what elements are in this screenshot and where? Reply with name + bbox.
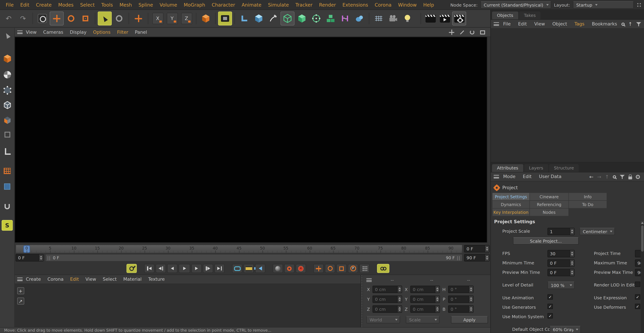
- edges-mode-button[interactable]: [1, 99, 13, 111]
- timeline-ruler[interactable]: 0 5 10 15 20 25 30 35 40 45 50 55 60 65 …: [16, 245, 463, 253]
- material-menu-corona[interactable]: Corona: [44, 277, 67, 282]
- keyfilter-parameter-button[interactable]: P: [348, 264, 358, 273]
- keyfilter-scale-button[interactable]: [336, 264, 347, 273]
- tab-structure[interactable]: Structure: [549, 164, 579, 172]
- render-view-button[interactable]: [218, 11, 232, 25]
- texture-mode-button[interactable]: [1, 69, 13, 80]
- render-lod-checkbox[interactable]: [635, 282, 640, 287]
- tab-layers[interactable]: Layers: [524, 164, 548, 172]
- points-mode-button[interactable]: [1, 84, 13, 96]
- spinner-arrows-icon[interactable]: [397, 306, 402, 312]
- workplane-button[interactable]: [1, 165, 13, 177]
- cloner-button[interactable]: [324, 11, 338, 25]
- tab-dynamics[interactable]: Dynamics: [492, 201, 530, 208]
- lod-dropdown[interactable]: 100 %: [548, 282, 575, 289]
- enable-axis-button[interactable]: [1, 146, 13, 157]
- viewport-menu-cameras[interactable]: Cameras: [40, 29, 66, 35]
- object-menu-file[interactable]: File: [500, 21, 514, 27]
- undo-button[interactable]: ↶: [2, 11, 16, 25]
- spinner-arrows-icon[interactable]: [484, 246, 489, 252]
- rot-b-field[interactable]: 0 °: [448, 305, 474, 313]
- array-plane-button[interactable]: [372, 11, 386, 25]
- material-menu-material[interactable]: Material: [120, 277, 145, 282]
- spinner-arrows-icon[interactable]: [570, 260, 574, 266]
- axis-lock-y[interactable]: Y: [165, 11, 179, 25]
- use-animation-checkbox[interactable]: ✓: [548, 294, 553, 300]
- live-selection-tool[interactable]: [35, 11, 49, 25]
- project-scale-unit-dropdown[interactable]: Centimeters: [580, 228, 615, 235]
- search-icon[interactable]: [613, 175, 616, 178]
- filter-funnel-icon[interactable]: [636, 21, 641, 26]
- extrude-generator-button[interactable]: [295, 11, 309, 25]
- zoom-view-icon[interactable]: [459, 29, 465, 35]
- apply-button[interactable]: Apply: [451, 316, 488, 324]
- keyfilter-rotation-button[interactable]: [325, 264, 335, 273]
- preview-min-field[interactable]: 0 F: [548, 269, 575, 276]
- spinner-arrows-icon[interactable]: [469, 296, 473, 302]
- material-menu-texture[interactable]: Texture: [145, 277, 168, 282]
- menu-window[interactable]: Window: [395, 2, 420, 7]
- volume-mesh-button[interactable]: [309, 11, 323, 25]
- fps-field[interactable]: 30: [548, 250, 575, 257]
- polygons-mode-button[interactable]: [1, 114, 13, 126]
- move-tool[interactable]: [50, 11, 64, 25]
- prev-frame-button[interactable]: [167, 264, 178, 273]
- goto-next-key-button[interactable]: [203, 264, 213, 273]
- record-sphere-button[interactable]: [273, 264, 283, 273]
- coordinate-system-toggle[interactable]: [199, 11, 213, 25]
- tab-todo[interactable]: To Do: [569, 201, 607, 208]
- scale-project-button[interactable]: Scale Project...: [513, 237, 578, 245]
- target-icon[interactable]: [636, 175, 640, 179]
- menu-extensions[interactable]: Extensions: [339, 2, 371, 7]
- preview-range-start-grip[interactable]: || 0 F: [47, 256, 59, 260]
- axis-lock-z[interactable]: Z: [180, 11, 194, 25]
- pos-y-field[interactable]: 0 cm: [372, 295, 402, 303]
- menu-corona[interactable]: Corona: [371, 2, 395, 7]
- viewport-menu-filter[interactable]: Filter: [114, 29, 132, 35]
- attr-menu-mode[interactable]: Mode: [500, 174, 519, 179]
- tab-nodes[interactable]: Nodes: [530, 209, 568, 216]
- pos-x-field[interactable]: 0 cm: [372, 286, 402, 293]
- current-frame-field[interactable]: 0 F: [464, 245, 490, 252]
- goto-prev-key-button[interactable]: [156, 264, 166, 273]
- size-z-field[interactable]: 0 cm: [410, 305, 440, 313]
- panel-drag-handle[interactable]: [361, 275, 363, 327]
- preview-range-track[interactable]: || 0 F 90 F ||: [45, 254, 462, 262]
- subdivision-surface-button[interactable]: [280, 11, 294, 25]
- hamburger-icon[interactable]: [494, 22, 499, 26]
- goto-start-button[interactable]: [144, 264, 154, 273]
- viewport-menu-display[interactable]: Display: [66, 29, 90, 35]
- spline-pen-button[interactable]: [266, 11, 280, 25]
- viewport-menu-panel[interactable]: Panel: [132, 29, 150, 35]
- scroll-up-icon[interactable]: [641, 221, 644, 225]
- light-button[interactable]: [400, 11, 414, 25]
- spinner-arrows-icon[interactable]: [435, 286, 440, 292]
- hamburger-icon[interactable]: [494, 175, 499, 179]
- customize-palettes-icon[interactable]: [636, 2, 642, 7]
- edit-render-settings-button[interactable]: [452, 11, 466, 25]
- omni-move-tool[interactable]: [132, 11, 146, 25]
- object-menu-view[interactable]: View: [531, 21, 548, 27]
- model-mode-button[interactable]: [1, 53, 13, 64]
- active-tool-button[interactable]: [98, 11, 112, 25]
- menu-file[interactable]: File: [2, 2, 17, 7]
- object-menu-edit[interactable]: Edit: [515, 21, 530, 27]
- menu-render[interactable]: Render: [316, 2, 339, 7]
- search-icon[interactable]: [621, 22, 624, 26]
- coordinate-mode-dropdown[interactable]: Scale: [406, 316, 440, 324]
- object-menu-bookmarks[interactable]: Bookmarks: [588, 21, 620, 27]
- record-active-objects-button[interactable]: [284, 264, 294, 273]
- pan-view-icon[interactable]: [448, 29, 455, 35]
- redo-button[interactable]: ↷: [16, 11, 30, 25]
- snapping-mode-button[interactable]: [1, 181, 13, 192]
- rot-p-field[interactable]: 0 °: [448, 295, 474, 303]
- load-material-icon[interactable]: ↗: [17, 298, 24, 305]
- menu-animate[interactable]: Animate: [238, 2, 265, 7]
- spinner-arrows-icon[interactable]: [570, 269, 574, 276]
- minimum-time-field[interactable]: 0 F: [548, 259, 575, 267]
- snap-toggle-button[interactable]: S: [1, 220, 13, 231]
- tab-project-settings[interactable]: Project Settings: [492, 193, 530, 200]
- hamburger-icon[interactable]: [366, 278, 372, 282]
- use-expression-checkbox[interactable]: ✓: [635, 294, 640, 300]
- sort-up-icon[interactable]: ↑: [628, 21, 632, 26]
